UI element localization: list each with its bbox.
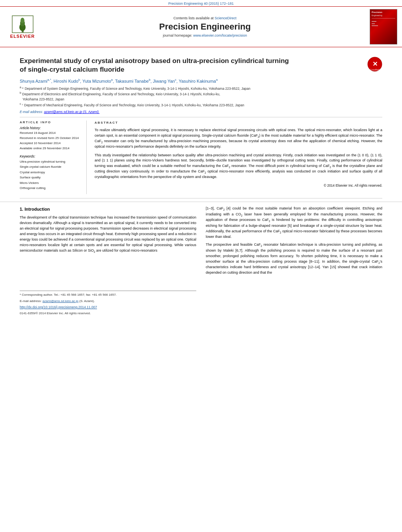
keyword-2: Single-crystal calcium fluoride [20, 164, 82, 170]
affiliation-a: a ᵃ Department of System Design Engineer… [20, 85, 382, 91]
copyright-text: © 2014 Elsevier Inc. All rights reserved… [95, 183, 382, 188]
abstract-heading: ABSTRACT [95, 120, 382, 125]
article-title: Experimental study of crystal anisotropy… [20, 57, 296, 74]
body-content: 1. Introduction The development of the o… [0, 202, 402, 321]
journal-cover-image: Precision Engineering ▬▬▬▬▬▬▬▬▬ [370, 9, 397, 44]
online-date: Available online 29 November 2014 [20, 146, 82, 151]
cover-inner: Precision Engineering ▬▬▬▬▬▬▬▬▬ [370, 9, 397, 28]
info-abstract-section: ARTICLE INFO Article history: Received 1… [20, 120, 382, 194]
journal-header: ELSEVIER Contents lists available at Sci… [0, 6, 402, 47]
intro-para-right-1: [1–3], CaF2 [4] could be the most suitab… [206, 206, 382, 240]
history-label: Article history: [20, 126, 82, 130]
contents-line: Contents lists available at ScienceDirec… [44, 16, 366, 20]
homepage-line: journal homepage: www.elsevier.com/locat… [44, 33, 366, 37]
keyword-4: Surface quality [20, 175, 82, 180]
doi-line: http://dx.doi.org/10.1016/j.precisioneng… [20, 305, 196, 310]
keywords-label: Keywords: [20, 154, 82, 158]
journal-citation: Precision Engineering 40 (2015) 172–181 [168, 2, 234, 6]
intro-para-1: The development of the optical transmiss… [20, 215, 196, 254]
section-1-heading: 1. Introduction [20, 206, 196, 213]
keyword-1: Ultra-precision cylindrical turning [20, 159, 82, 165]
footnote-email: E-mail address: azami@ams.sd.keio.ac.jp … [20, 299, 196, 304]
elsevier-text: ELSEVIER [10, 34, 35, 39]
footnote-area: * Corresponding author. Tel.: +81 45 566… [20, 291, 196, 316]
body-right-col: [1–3], CaF2 [4] could be the most suitab… [206, 206, 382, 317]
elsevier-tree-icon [12, 15, 34, 33]
affiliations: a ᵃ Department of System Design Engineer… [20, 85, 382, 108]
accepted-date: Accepted 10 November 2014 [20, 141, 82, 146]
divider-1 [20, 117, 382, 117]
body-two-col: 1. Introduction The development of the o… [20, 206, 382, 317]
svg-text:✕: ✕ [372, 61, 378, 67]
email-line: E-mail address: azami@ams.sd.keio.ac.jp … [20, 110, 382, 114]
authors: Shunya Azamia,*, Hiroshi Kudob, Yuta Miz… [20, 78, 382, 83]
footnote-email-link[interactable]: azami@ams.sd.keio.ac.jp [43, 299, 78, 303]
journal-header-center: Contents lists available at ScienceDirec… [44, 16, 366, 37]
article-info-heading: ARTICLE INFO [20, 120, 82, 124]
divider-2 [20, 198, 382, 198]
body-left-col: 1. Introduction The development of the o… [20, 206, 196, 317]
received-date: Received 19 August 2014 [20, 131, 82, 136]
top-citation-bar: Precision Engineering 40 (2015) 172–181 [0, 0, 402, 6]
svg-text:CrossMark: CrossMark [370, 69, 380, 71]
author-email[interactable]: azami@ams.sd.keio.ac.jp (S. Azami). [44, 110, 99, 114]
intro-para-right-2: The prospective and feasible CaF2 resona… [206, 242, 382, 276]
revised-date: Received in revised form 25 October 2014 [20, 136, 82, 141]
keyword-3: Crystal anisotropy [20, 170, 82, 175]
sciencedirect-link[interactable]: ScienceDirect [215, 16, 237, 20]
affiliation-b: b Department of Electronics and Electric… [20, 91, 382, 102]
abstract-paragraph-1: To realize ultimately efficient signal p… [95, 128, 382, 149]
affiliation-c: c ᶜ Department of Mechanical Engineering… [20, 102, 382, 108]
keyword-5: Micro-Vickers [20, 180, 82, 186]
footnote-spacer [20, 256, 196, 287]
article-content: ✕ CrossMark Experimental study of crysta… [0, 47, 402, 198]
doi-link[interactable]: http://dx.doi.org/10.1016/j.precisioneng… [20, 305, 97, 309]
keyword-6: Orthogonal cutting [20, 185, 82, 191]
abstract-paragraph-2: This study investigated the relationship… [95, 153, 382, 180]
issn-line: 0141-6359/© 2014 Elsevier Inc. All right… [20, 311, 196, 316]
history-section: Article history: Received 19 August 2014… [20, 126, 82, 151]
article-info-col: ARTICLE INFO Article history: Received 1… [20, 120, 87, 194]
elsevier-logo: ELSEVIER [5, 15, 40, 39]
homepage-link[interactable]: www.elsevier.com/locate/precision [193, 33, 247, 37]
crossmark-icon: ✕ CrossMark [367, 57, 382, 72]
svg-point-3 [20, 18, 24, 23]
footnote-corresponding: * Corresponding author. Tel.: +81 45 566… [20, 293, 196, 297]
keywords-section: Keywords: Ultra-precision cylindrical tu… [20, 154, 82, 191]
abstract-col: ABSTRACT To realize ultimately efficient… [95, 120, 382, 194]
journal-title: Precision Engineering [44, 22, 366, 32]
abstract-text: To realize ultimately efficient signal p… [95, 128, 382, 188]
